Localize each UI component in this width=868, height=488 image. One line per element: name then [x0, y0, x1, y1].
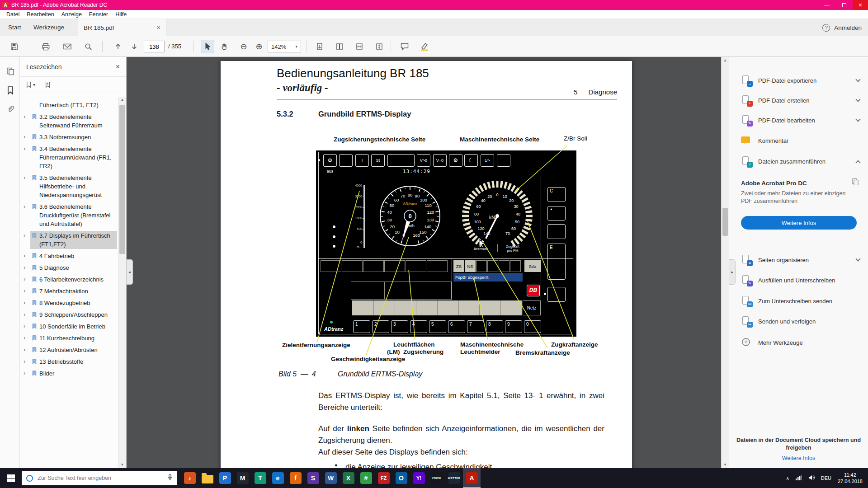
page-number-input[interactable]	[144, 41, 165, 52]
display-side-button[interactable]: ▲	[547, 206, 566, 221]
bookmark-item[interactable]: ›7 Mehrfachtraktion	[24, 286, 117, 296]
edge-browser[interactable]: e	[269, 468, 287, 488]
chevron-up-icon[interactable]	[855, 160, 860, 165]
bookmark-expander-icon[interactable]: ›	[24, 333, 30, 343]
menu-item[interactable]: Bearbeiten	[23, 10, 57, 19]
bookmark-expander-icon[interactable]: ›	[24, 322, 30, 331]
search-icon[interactable]	[81, 40, 95, 53]
tool-item[interactable]: ✎PDF-Datei bearbeiten	[741, 113, 863, 127]
page-thumbnails-icon[interactable]	[5, 66, 16, 77]
search-input[interactable]	[38, 475, 163, 481]
display-top-button[interactable]	[497, 154, 510, 167]
yahoo-app[interactable]: Y!	[410, 468, 428, 488]
doc-scroll-up-icon[interactable]: ▲	[722, 57, 729, 64]
tool-item[interactable]: ≡Seiten organisieren	[741, 253, 863, 267]
sidebar-scroll-thumb[interactable]	[119, 105, 125, 254]
zoom-in-icon[interactable]: ⊕	[252, 40, 266, 53]
bookmark-item[interactable]: ›3.5 Bedienelemente Hilfsbetriebe- und N…	[24, 173, 117, 200]
signin-link[interactable]: Anmelden	[834, 24, 862, 31]
fit-page-icon[interactable]	[373, 40, 386, 53]
display-digit-button[interactable]: 5	[429, 320, 446, 333]
menu-item[interactable]: Datei	[3, 10, 23, 19]
scroll-down-icon[interactable]: ▼	[118, 462, 126, 468]
clock[interactable]: 11:42 27.04.2018	[838, 472, 863, 484]
bookmark-item[interactable]: ›3.7 Displays im Führertisch (FT1,FT2)	[24, 231, 117, 249]
two-page-view-icon[interactable]	[333, 40, 346, 53]
bookmark-expander-icon[interactable]: ›	[24, 132, 30, 142]
close-button[interactable]: ×	[853, 0, 868, 10]
display-top-button[interactable]: V>0	[417, 154, 430, 167]
display-top-button[interactable]: V=0	[433, 154, 447, 167]
lm-zs[interactable]: ZS	[453, 260, 464, 272]
document-area[interactable]: Bedienungsanleitung BR 185 - vorläufig -…	[127, 57, 729, 468]
minimize-button[interactable]: —	[818, 0, 835, 10]
chevron-down-icon[interactable]	[855, 256, 860, 261]
bookmark-item[interactable]: ›12 Aufrüsten/Abrüsten	[24, 345, 117, 355]
bookmark-item[interactable]: ›11 Kurzbeschreibung	[24, 333, 117, 343]
maximize-button[interactable]	[835, 0, 853, 10]
display-digit-button[interactable]: 2	[372, 320, 389, 333]
bookmark-expander-icon[interactable]: ›	[24, 286, 30, 296]
email-icon[interactable]	[61, 40, 74, 53]
tab-werkzeuge[interactable]: Werkzeuge	[33, 19, 64, 36]
document-scrollbar[interactable]: ▲ ▼	[721, 57, 729, 468]
page-scrolling-view-icon[interactable]	[313, 40, 326, 53]
comment-icon[interactable]	[398, 40, 411, 53]
microphone-icon[interactable]	[167, 474, 173, 483]
tab-close-icon[interactable]: ×	[157, 24, 160, 31]
bookmark-expander-icon[interactable]: ›	[24, 345, 30, 355]
display-digit-button[interactable]: 8	[486, 320, 503, 333]
sidebar-scrollbar[interactable]: ▲ ▼	[118, 97, 126, 468]
weather-app[interactable]: WETTER	[445, 468, 463, 488]
display-top-button[interactable]	[339, 154, 353, 167]
bookmark-item[interactable]: Führertisch (FT1, FT2)	[24, 100, 117, 110]
display-digit-button[interactable]: 4	[410, 320, 427, 333]
filezilla-app[interactable]: FZ	[375, 468, 392, 488]
tool-item[interactable]: +PDF-Datei erstellen	[741, 93, 863, 108]
menu-item[interactable]: Anzeige	[58, 10, 85, 19]
voice-app[interactable]: VOICE	[428, 468, 445, 488]
tool-item[interactable]: ✎Ausfüllen und Unterschreiben	[741, 273, 863, 287]
bookmark-item[interactable]: ›Bilder	[24, 369, 117, 378]
start-button[interactable]	[0, 468, 22, 488]
display-side-button[interactable]	[547, 287, 566, 302]
save-icon[interactable]	[7, 40, 21, 53]
bookmark-item[interactable]: ›4 Fahrbetrieb	[24, 251, 117, 261]
doc-scroll-down-icon[interactable]: ▼	[722, 461, 729, 468]
language-indicator[interactable]: DEU	[821, 475, 831, 481]
highlighter-icon[interactable]	[418, 40, 431, 53]
help-icon[interactable]: ?	[822, 24, 830, 32]
media-app[interactable]: ♪	[181, 468, 198, 488]
zoom-out-icon[interactable]: ⊖	[237, 40, 250, 53]
bookmark-expander-icon[interactable]: ›	[24, 310, 30, 319]
display-top-button[interactable]: I	[355, 154, 369, 167]
tool-item[interactable]: →PDF-Datei exportieren	[741, 73, 863, 88]
bookmark-item[interactable]: ›3.3 Notbremsungen	[24, 132, 117, 142]
photos-app[interactable]: P	[216, 468, 234, 488]
bookmark-expander-icon[interactable]: ›	[24, 144, 30, 171]
display-digit-button[interactable]: 9	[505, 320, 522, 333]
new-bookmark-icon[interactable]	[44, 81, 51, 88]
movies-app[interactable]: M	[234, 468, 251, 488]
display-top-button[interactable]: ☾	[464, 154, 478, 167]
display-digit-button[interactable]: 0	[524, 320, 541, 333]
display-side-button[interactable]	[547, 224, 566, 239]
acrobat-app[interactable]: A	[463, 468, 481, 488]
browser-app[interactable]: O	[392, 468, 410, 488]
bookmark-item[interactable]: ›3.4 Bedienelemente Führerraumrückwand (…	[24, 144, 117, 171]
tool-item[interactable]: Kommentar	[741, 133, 863, 148]
firefox-browser[interactable]: f	[287, 468, 304, 488]
bookmark-item[interactable]: ›3.6 Bedienelemente Druckluftgerüst (Bre…	[24, 202, 117, 229]
footer-weitere-infos-link[interactable]: Weitere Infos	[729, 455, 868, 461]
chat-app[interactable]: T	[251, 468, 269, 488]
bookmarks-panel-icon[interactable]	[5, 85, 16, 96]
display-side-button[interactable]: C	[547, 187, 566, 202]
lm-ns[interactable]: NS	[465, 260, 476, 272]
bookmark-options-icon[interactable]: ▾	[25, 81, 35, 88]
tool-item[interactable]: ✉Zum Unterschreiben senden	[741, 294, 863, 308]
select-tool-icon[interactable]	[201, 40, 214, 53]
previous-page-icon[interactable]	[111, 40, 125, 53]
bookmark-expander-icon[interactable]: ›	[24, 369, 30, 378]
display-top-button[interactable]: St	[371, 154, 385, 167]
collapse-tools-handle[interactable]: ▸	[729, 259, 736, 285]
